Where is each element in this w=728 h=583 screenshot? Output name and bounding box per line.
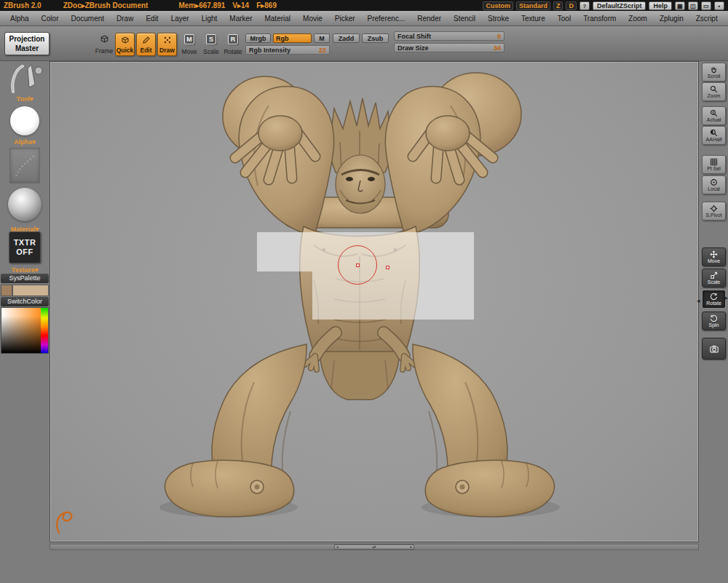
ptsel-button[interactable]: Pt Sel bbox=[702, 155, 726, 174]
draw-dots-icon bbox=[163, 36, 172, 46]
actual-button[interactable]: Actual bbox=[702, 106, 726, 125]
d-button[interactable]: D bbox=[566, 1, 577, 10]
material-thumbnail[interactable] bbox=[8, 188, 41, 221]
projection-master-line2: Master bbox=[5, 44, 49, 53]
alpha-palette-label[interactable]: Alpha▾ bbox=[0, 138, 50, 146]
quick-cube-icon bbox=[121, 36, 130, 46]
canvas-move-button[interactable]: Move bbox=[702, 247, 726, 266]
projection-master-button[interactable]: Projection Master bbox=[4, 32, 50, 55]
spivot-button[interactable]: S.Pivot bbox=[702, 202, 726, 221]
snapshot-button[interactable] bbox=[702, 338, 726, 360]
tool-palette-label[interactable]: Tool▾ bbox=[0, 95, 50, 103]
menu-item-layer[interactable]: Layer bbox=[171, 15, 189, 23]
hue-strip[interactable] bbox=[41, 308, 48, 353]
local-button[interactable]: Local bbox=[702, 175, 726, 194]
move-arrows-icon bbox=[710, 250, 718, 258]
app-title: ZBrush 2.0 bbox=[4, 1, 41, 9]
menu-item-movie[interactable]: Movie bbox=[303, 15, 323, 23]
menu-item-edit[interactable]: Edit bbox=[146, 15, 158, 23]
rotate-label: Rotate bbox=[223, 48, 242, 55]
custom-ui-button[interactable]: Custom bbox=[483, 1, 513, 10]
rgb-intensity-slider[interactable]: Rgb Intensity 22 bbox=[245, 45, 330, 55]
scrollbar-handle[interactable]: ◂ ▴▾ ▸ bbox=[334, 544, 414, 550]
tool-thumbnail[interactable] bbox=[6, 63, 44, 98]
scroll-updown-icon[interactable]: ▴▾ bbox=[372, 545, 376, 549]
zsub-button[interactable]: Zsub bbox=[362, 33, 389, 43]
document-canvas[interactable] bbox=[50, 61, 699, 542]
brush-cursor-center-dot bbox=[356, 263, 360, 267]
standard-ui-button[interactable]: Standard bbox=[516, 1, 550, 10]
menu-item-tool[interactable]: Tool bbox=[558, 15, 571, 23]
quick-button[interactable]: Quick bbox=[115, 33, 135, 56]
menu-item-color[interactable]: Color bbox=[41, 15, 59, 23]
mrgb-button[interactable]: Mrgb bbox=[245, 33, 271, 43]
edit-button[interactable]: Edit bbox=[136, 33, 156, 56]
quick-help-button[interactable]: ? bbox=[579, 1, 590, 10]
window-minimize-icon[interactable]: ▭ bbox=[701, 1, 711, 10]
switchcolor-button[interactable]: SwitchColor bbox=[1, 297, 49, 306]
color-picker[interactable] bbox=[1, 307, 49, 354]
menu-item-stroke[interactable]: Stroke bbox=[488, 15, 509, 23]
menu-item-marker[interactable]: Marker bbox=[229, 15, 252, 23]
menu-item-picker[interactable]: Picker bbox=[335, 15, 355, 23]
texture-thumbnail[interactable]: TXTR OFF bbox=[9, 231, 41, 263]
window-grid-icon[interactable]: ▦ bbox=[675, 1, 685, 10]
horizontal-scrollbar[interactable]: ◂ ▴▾ ▸ bbox=[50, 544, 699, 550]
zadd-button[interactable]: Zadd bbox=[333, 33, 360, 43]
rotate-key-icon: R bbox=[228, 34, 238, 44]
stroke-thumbnail[interactable] bbox=[9, 148, 40, 183]
projection-master-line1: Projection bbox=[5, 34, 49, 44]
rgb-button[interactable]: Rgb bbox=[273, 33, 312, 43]
menu-item-light[interactable]: Light bbox=[202, 15, 218, 23]
panel-collapse-left-icon[interactable]: ◂ bbox=[697, 296, 700, 306]
focal-shift-value: 0 bbox=[497, 33, 501, 40]
scroll-button[interactable]: Scroll bbox=[702, 63, 726, 82]
scroll-left-icon[interactable]: ◂ bbox=[336, 545, 339, 549]
syspalette-button[interactable]: SysPalette bbox=[1, 274, 49, 283]
m-button[interactable]: M bbox=[314, 33, 330, 43]
window-split-icon[interactable]: ◫ bbox=[688, 1, 698, 10]
move-button[interactable]: M Move bbox=[179, 33, 199, 56]
ptsel-label: Pt Sel bbox=[707, 166, 721, 171]
spin-button[interactable]: Spin bbox=[702, 312, 726, 330]
edit-pencil-icon bbox=[142, 36, 151, 46]
canvas-scale-label: Scale bbox=[708, 279, 721, 285]
alpha-thumbnail[interactable] bbox=[10, 106, 39, 135]
main-color-swatch[interactable] bbox=[1, 285, 12, 296]
menu-item-preferences[interactable]: Preferenc... bbox=[368, 15, 405, 23]
focal-shift-slider[interactable]: Focal Shift 0 bbox=[394, 31, 505, 41]
menu-item-render[interactable]: Render bbox=[417, 15, 441, 23]
canvas-scale-button[interactable]: Scale bbox=[702, 269, 726, 287]
default-zscript-button[interactable]: DefaultZScript bbox=[593, 1, 646, 10]
draw-button[interactable]: Draw bbox=[157, 33, 177, 56]
edit-label: Edit bbox=[140, 47, 151, 54]
scroll-right-icon[interactable]: ▸ bbox=[410, 545, 412, 549]
z-button[interactable]: Z bbox=[553, 1, 563, 10]
menu-item-zscript[interactable]: Zscript bbox=[696, 15, 718, 23]
menu-item-material[interactable]: Material bbox=[264, 15, 290, 23]
scale-button[interactable]: S Scale bbox=[201, 33, 221, 56]
window-close-icon[interactable]: ▪ bbox=[714, 1, 724, 10]
texture-palette-label[interactable]: Texture▾ bbox=[0, 266, 50, 274]
secondary-color-swatch[interactable] bbox=[12, 285, 49, 296]
canvas-rotate-button[interactable]: Rotate bbox=[702, 290, 726, 309]
panel-collapse-right-icon[interactable]: ▸ bbox=[724, 293, 728, 303]
color-gradient-area[interactable] bbox=[1, 308, 41, 353]
zoom-button[interactable]: Zoom bbox=[702, 82, 726, 101]
mem-stat: Mem▸667.891 bbox=[178, 1, 225, 9]
menu-item-texture[interactable]: Texture bbox=[521, 15, 545, 23]
rotate-button[interactable]: R Rotate bbox=[223, 33, 243, 56]
help-button[interactable]: Help bbox=[649, 1, 672, 10]
menu-item-draw[interactable]: Draw bbox=[116, 15, 133, 23]
menu-item-zoom[interactable]: Zoom bbox=[628, 15, 647, 23]
quick-label: Quick bbox=[116, 47, 134, 54]
menu-item-stencil[interactable]: Stencil bbox=[454, 15, 475, 23]
aahalf-button[interactable]: AAHalf bbox=[702, 126, 726, 145]
spivot-label: S.Pivot bbox=[705, 213, 721, 218]
menu-item-zplugin[interactable]: Zplugin bbox=[660, 15, 684, 23]
menu-item-alpha[interactable]: Alpha bbox=[10, 15, 29, 23]
frame-button[interactable]: Frame bbox=[93, 33, 115, 56]
menu-item-document[interactable]: Document bbox=[71, 15, 104, 23]
draw-size-slider[interactable]: Draw Size 34 bbox=[394, 43, 505, 52]
menu-item-transform[interactable]: Transform bbox=[583, 15, 616, 23]
